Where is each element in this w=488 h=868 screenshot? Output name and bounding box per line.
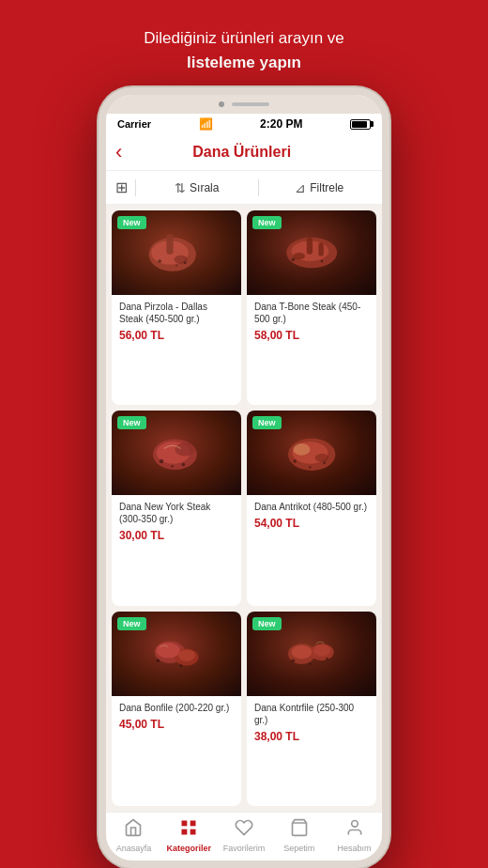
svg-point-6 [175, 265, 177, 267]
svg-point-32 [179, 664, 182, 667]
home-tab-icon [124, 818, 143, 842]
product-name: Dana T-Bone Steak (450-500 gr.) [254, 301, 369, 325]
sort-label: Sırala [190, 181, 219, 194]
filter-button[interactable]: ⊿ Filtrele [267, 180, 374, 195]
product-card[interactable]: New Dana Pirzola - Dallas Steak (450-500… [112, 210, 241, 405]
svg-rect-43 [191, 829, 196, 835]
account-tab-label: Hesabım [338, 844, 372, 853]
svg-point-37 [291, 659, 295, 662]
svg-point-45 [351, 821, 358, 828]
product-card[interactable]: New Dana Kontrfile (250-300 gr.) 38,00 T… [247, 612, 376, 806]
svg-point-18 [181, 463, 185, 467]
new-badge: New [252, 416, 282, 429]
svg-rect-41 [191, 821, 196, 827]
speaker-bar [232, 102, 269, 106]
product-image-container: New [247, 210, 376, 295]
product-price: 56,00 TL [119, 329, 234, 342]
tab-item-cart[interactable]: Sepetim [271, 818, 327, 853]
tab-item-favorites[interactable]: Favorilerim [217, 818, 272, 853]
filter-bar: ⊞ ⇅ Sırala ⊿ Filtrele [106, 171, 382, 205]
product-price: 38,00 TL [254, 730, 369, 743]
categories-tab-label: Kategoriler [166, 844, 211, 853]
svg-rect-40 [182, 821, 188, 827]
filter-label: Filtrele [310, 181, 343, 194]
header-line1: Dilediğiniz ürünleri arayın ve [144, 29, 344, 47]
meat-image [125, 419, 228, 487]
home-tab-label: Anasayfa [116, 844, 152, 853]
status-bar: Carrier 📶 2:20 PM [106, 114, 382, 134]
product-info: Dana Bonfile (200-220 gr.) 45,00 TL [112, 696, 241, 806]
new-badge: New [117, 416, 146, 429]
page-title: Dana Ürünleri [130, 144, 354, 161]
svg-point-22 [293, 443, 310, 456]
product-price: 30,00 TL [119, 529, 234, 542]
svg-point-31 [156, 659, 160, 662]
product-price: 54,00 TL [254, 517, 369, 530]
battery-icon [350, 119, 371, 130]
product-image-container: New [112, 411, 241, 495]
cart-tab-icon [290, 818, 309, 842]
svg-point-11 [293, 253, 305, 259]
favorites-tab-label: Favorilerim [223, 844, 266, 853]
svg-point-39 [309, 662, 312, 665]
svg-rect-42 [182, 829, 188, 835]
cart-tab-label: Sepetim [283, 844, 314, 853]
product-info: Dana T-Bone Steak (450-500 gr.) 58,00 TL [247, 295, 376, 405]
product-info: Dana New York Steak (300-350 gr.) 30,00 … [112, 495, 241, 605]
tab-item-account[interactable]: Hesabım [327, 818, 382, 853]
svg-point-38 [326, 658, 328, 660]
grid-view-icon[interactable]: ⊞ [115, 178, 128, 196]
product-card[interactable]: New Dana Antrikot (480-500 gr.) 54,00 TL [247, 411, 376, 605]
tab-bar: Anasayfa Kategoriler Favorilerim Sepetim… [106, 812, 382, 860]
product-grid: New Dana Pirzola - Dallas Steak (450-500… [106, 205, 382, 812]
svg-point-17 [160, 459, 164, 464]
favorites-tab-icon [235, 818, 253, 842]
categories-tab-icon [179, 818, 198, 842]
svg-point-30 [178, 649, 195, 661]
page-header: Dilediğiniz ürünleri arayın ve listeleme… [115, 0, 373, 87]
product-name: Dana Bonfile (200-220 gr.) [119, 702, 234, 714]
svg-point-12 [291, 257, 295, 261]
svg-rect-9 [307, 238, 313, 255]
svg-point-4 [158, 259, 161, 263]
time-display: 2:20 PM [260, 117, 302, 131]
svg-rect-10 [318, 242, 323, 256]
meat-image [260, 419, 363, 487]
filter-divider-2 [258, 179, 259, 196]
header-line2: listeleme yapın [187, 54, 301, 71]
product-name: Dana New York Steak (300-350 gr.) [119, 501, 234, 525]
svg-point-29 [156, 643, 179, 658]
svg-rect-2 [166, 234, 173, 255]
svg-point-25 [323, 462, 326, 465]
carrier-text: Carrier [117, 118, 151, 130]
product-image-container: New [112, 612, 241, 696]
product-card[interactable]: New Dana T-Bone Steak (450-500 gr.) 58,0… [247, 210, 376, 405]
product-image-container: New [247, 411, 376, 495]
svg-point-5 [184, 261, 187, 264]
new-badge: New [252, 216, 282, 229]
svg-point-36 [313, 644, 330, 657]
product-info: Dana Antrikot (480-500 gr.) 54,00 TL [247, 495, 376, 605]
battery-indicator [350, 119, 371, 130]
tab-item-categories[interactable]: Kategoriler [161, 818, 217, 853]
sort-button[interactable]: ⇅ Sırala [144, 180, 251, 195]
new-badge: New [252, 617, 282, 630]
product-card[interactable]: New Dana New York Steak (300-350 gr.) 30… [112, 411, 241, 605]
back-button[interactable]: ‹ [115, 140, 130, 164]
camera-area [106, 95, 382, 114]
product-info: Dana Kontrfile (250-300 gr.) 38,00 TL [247, 696, 376, 806]
sort-icon: ⇅ [175, 180, 186, 195]
product-name: Dana Pirzola - Dallas Steak (450-500 gr.… [119, 301, 234, 325]
product-card[interactable]: New Dana Bonfile (200-220 gr.) 45,00 TL [112, 612, 241, 806]
product-price: 45,00 TL [119, 718, 234, 731]
filter-divider-1 [135, 179, 136, 196]
new-badge: New [117, 617, 146, 630]
phone-frame: Carrier 📶 2:20 PM ‹ Dana Ürünleri ⊞ ⇅ Sı… [99, 87, 389, 868]
camera-dot [219, 101, 224, 107]
product-price: 58,00 TL [254, 329, 369, 342]
svg-point-23 [315, 454, 328, 462]
tab-item-home[interactable]: Anasayfa [106, 818, 161, 853]
product-image-container: New [247, 612, 376, 696]
product-name: Dana Kontrfile (250-300 gr.) [254, 702, 369, 726]
account-tab-icon [345, 818, 364, 842]
